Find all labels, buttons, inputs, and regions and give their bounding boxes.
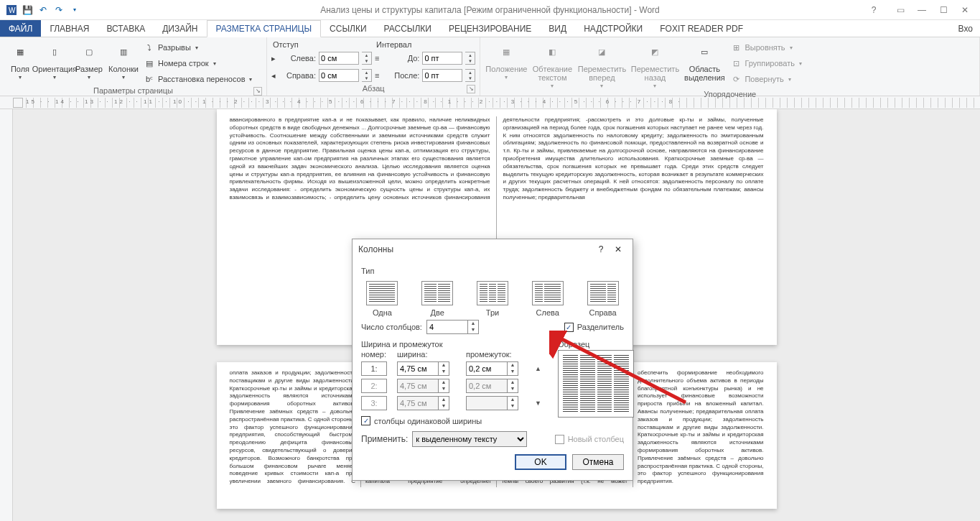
new-column-label: Новый столбец [568,435,624,443]
ok-button[interactable]: OK [515,454,566,470]
col-num-header: номер: [361,350,390,359]
width-section-label: Ширина и промежуток [361,336,548,350]
ruler-ticks[interactable]: 15 · · 14 · · 13 · · 12 · · 11 · · 10 · … [26,98,980,108]
preset-one[interactable]: Одна [366,281,398,317]
spacing-after-input[interactable] [422,69,462,82]
wrap-label: Обтекание текстом [531,65,574,82]
line-numbers-button[interactable]: ▤Номера строк▾ [142,56,255,70]
new-column-checkbox: Новый столбец [555,435,624,444]
row1-width-spin[interactable]: ▲▼ [439,361,449,376]
row2-num: 2: [361,379,387,393]
tab-page-layout[interactable]: РАЗМЕТКА СТРАНИЦЫ [207,20,322,37]
preset-two[interactable]: Две [421,281,453,317]
spacing-before-label: До: [382,54,419,63]
bring-forward-button[interactable]: ◪Переместить вперед▾ [577,39,627,90]
hyphenation-button[interactable]: bᶜРасстановка переносов▾ [142,72,255,86]
close-icon[interactable]: ✕ [956,3,974,17]
tab-home[interactable]: ГЛАВНАЯ [41,20,98,37]
size-button[interactable]: ▢Размер▾ [73,39,105,86]
scroll-down-icon[interactable]: ▼ [535,400,548,407]
columns-dialog: Колонны ? ✕ Тип Одна Две Три Слева Справ… [352,239,633,481]
dialog-titlebar: Колонны ? ✕ [353,239,633,259]
dialog-help-icon[interactable]: ? [592,242,610,257]
help-icon[interactable]: ? [869,3,888,17]
row1-gap[interactable] [466,361,508,376]
ribbon-collapse-icon[interactable]: ▭ [891,3,910,17]
breaks-button[interactable]: ⤵Разрывы▾ [142,40,255,55]
orientation-button[interactable]: ▯Ориентация▾ [39,39,70,86]
save-icon[interactable]: 💾 [22,4,33,16]
columns-button[interactable]: ▥Колонки▾ [108,39,139,86]
count-label: Число столбцов: [361,323,422,331]
tab-references[interactable]: ССЫЛКИ [321,20,375,37]
maximize-icon[interactable]: ☐ [934,3,953,17]
orientation-label: Ориентация [32,65,77,73]
row1-num: 1: [361,361,387,376]
group-paragraph: Отступ ▸Слева:▲▼ ◂Справа:▲▼ Интервал ≡До… [267,37,480,96]
tab-mailings[interactable]: РАССЫЛКИ [375,20,440,37]
apply-label: Применить: [361,434,408,444]
col-width-header: ширина: [397,350,459,359]
ruler-corner[interactable] [13,98,23,108]
tab-file[interactable]: ФАЙЛ [0,20,41,37]
preset-right[interactable]: Справа [587,281,619,317]
page-setup-launcher[interactable]: ↘ [253,87,262,96]
preset-one-label: Одна [373,308,392,317]
breaks-label: Разрывы [158,43,191,52]
tab-design[interactable]: ДИЗАЙН [154,20,206,37]
divider-checkbox[interactable]: ✓Разделитель [564,323,624,332]
qat-dropdown-icon[interactable]: ▾ [69,4,80,16]
preset-left[interactable]: Слева [532,281,564,317]
send-backward-button[interactable]: ◩Переместить назад▾ [630,39,680,90]
spacing-before-spin[interactable]: ▲▼ [465,52,475,65]
indent-right-input[interactable] [319,69,359,82]
group-button[interactable]: ⊡Группировать▾ [729,56,805,70]
wrap-button[interactable]: ◧Обтекание текстом▾ [531,39,574,90]
minimize-icon[interactable]: — [913,3,931,17]
ruler-numbers: 15 · · 14 · · 13 · · 12 · · 11 · · 10 · … [26,98,980,105]
apply-select[interactable]: к выделенному тексту [412,431,527,447]
row2-gap-spin: ▲▼ [508,379,518,393]
backward-label: Переместить назад [630,65,680,82]
indent-left-spin[interactable]: ▲▼ [362,52,372,65]
indent-right-spin[interactable]: ▲▼ [362,69,372,82]
spacing-after-label: После: [382,71,419,80]
count-input[interactable] [426,320,468,334]
preview-pane [558,350,634,418]
width-grid: номер: ширина: промежуток: 1: ▲▼ ▲▼ ▲ 2:… [361,350,548,410]
divider-label: Разделитель [577,323,624,331]
indent-left-input[interactable] [319,52,359,65]
col-gap-header: промежуток: [466,350,528,359]
tab-insert[interactable]: ВСТАВКА [98,20,154,37]
align-label: Выровнять [745,43,785,52]
count-spin[interactable]: ▲▼ [468,320,479,334]
tab-review[interactable]: РЕЦЕНЗИРОВАНИЕ [440,20,540,37]
redo-icon[interactable]: ↷ [53,4,65,16]
tab-addins[interactable]: НАДСТРОЙКИ [575,20,651,37]
hyphenation-label: Расстановка переносов [158,75,245,83]
position-button[interactable]: ▦Положение▾ [485,39,528,90]
undo-icon[interactable]: ↶ [37,4,49,16]
spacing-after-spin[interactable]: ▲▼ [465,69,475,82]
row1-width[interactable] [397,361,439,376]
equal-width-checkbox[interactable]: ✓столбцы одинаковой ширины [361,416,482,425]
tab-foxit[interactable]: FOXIT READER PDF [651,20,752,37]
tab-view[interactable]: ВИД [540,20,575,37]
align-button[interactable]: ⊞Выровнять▾ [729,40,805,55]
row3-num: 3: [361,396,387,410]
row2-width-spin: ▲▼ [439,379,449,393]
cancel-button[interactable]: Отмена [572,454,624,470]
row1-gap-spin[interactable]: ▲▼ [508,361,518,376]
rotate-button[interactable]: ⟳Повернуть▾ [729,72,805,86]
spacing-before-input[interactable] [422,52,462,65]
scroll-up-icon[interactable]: ▲ [535,365,548,372]
ruler-vertical[interactable] [0,109,13,521]
row3-width [397,396,439,410]
dialog-close-icon[interactable]: ✕ [610,242,627,257]
margins-button[interactable]: ▦Поля▾ [4,39,36,86]
sign-in[interactable]: Вхо [951,20,980,37]
selection-pane-button[interactable]: ▭Область выделения [683,39,726,90]
paragraph-launcher[interactable]: ↘ [467,85,475,93]
window-controls: ? ▭ — ☐ ✕ [869,3,980,17]
preset-three[interactable]: Три [477,281,508,317]
